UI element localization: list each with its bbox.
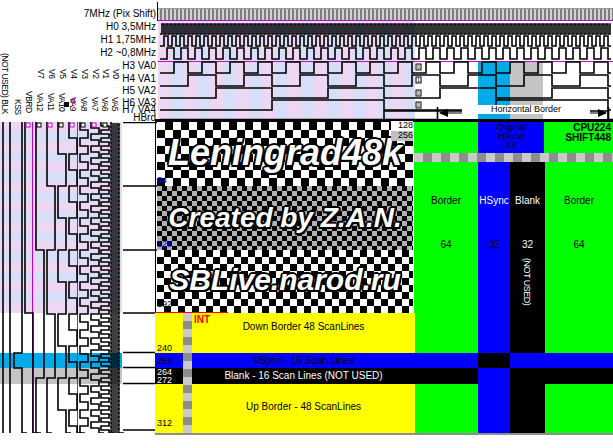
hsync-column-count: 32 xyxy=(478,240,510,250)
v-bit-label: V3 xyxy=(80,69,89,85)
blank-column-count: 32 xyxy=(510,240,545,250)
scanline-number: 240 xyxy=(157,344,172,353)
scanline-number: 64 xyxy=(157,176,167,185)
blank-band-cross xyxy=(478,368,510,384)
hsync-column-name: HSync xyxy=(478,196,510,206)
v-bit-label: V7 xyxy=(36,69,45,85)
screen-subtitle: Created by Z.A.N. xyxy=(157,186,413,250)
v-signal-label: VBRD xyxy=(24,91,33,122)
v-signal-label: VA5 xyxy=(110,97,119,122)
blank-band: Blank - 16 Scan Lines (NOT USED) xyxy=(155,368,415,384)
down-border-label: Down Border 48 ScanLines xyxy=(192,322,415,332)
svg-text:0: 0 xyxy=(417,64,420,70)
h-signal-label: H2 ~0,8MHz xyxy=(0,48,156,58)
border-right-count: 64 xyxy=(545,240,613,250)
blank-band-label: Blank - 16 Scan Lines (NOT USED) xyxy=(192,371,415,381)
v-signal-label: VA10 xyxy=(57,93,66,122)
vertical-waveforms xyxy=(0,122,158,433)
h-signal-label: 7MHz (Pix Shift) xyxy=(0,9,156,19)
blank-band-right2 xyxy=(510,368,613,384)
v-bit-label: V1 xyxy=(101,69,110,85)
v-signal-label: VA8 xyxy=(79,97,88,122)
v-bit-label: V6 xyxy=(47,69,56,85)
vsync-band-right xyxy=(414,353,478,368)
original-hsync-box: Original HSync 64 xyxy=(478,122,544,153)
svg-text:1: 1 xyxy=(417,77,420,83)
scanline-number: 256 xyxy=(157,357,172,366)
v-bit-label: V0 xyxy=(111,69,120,85)
blank-column-note: (NOT USED) xyxy=(522,258,531,305)
v-signal-label: (NOT USED) BLK xyxy=(0,53,9,122)
v-bit-label: V5 xyxy=(58,69,67,85)
scanline-dash-strip xyxy=(183,313,192,433)
v-signal-label: VA11 xyxy=(46,93,55,122)
vsync-band-right2 xyxy=(510,353,613,368)
separator-strip xyxy=(414,153,613,162)
h-signal-label: H1 1,75MHz xyxy=(0,35,156,45)
vsync-band: VSync - 16 Scan Lines xyxy=(155,353,415,368)
blank-band-right xyxy=(414,368,478,384)
bottom-edge-line xyxy=(155,433,613,435)
horizontal-border-label: Horizontal Border xyxy=(462,105,590,114)
timing-diagram: 7MHz (Pix Shift)H0 3,5MHzH1 1,75MHzH2 ~0… xyxy=(0,0,613,448)
up-border-label: Up Border - 48 ScanLines xyxy=(192,402,415,412)
screen-url: SBLive.narod.ru xyxy=(157,250,413,313)
border-right-name: Border xyxy=(545,196,613,206)
bottom-zone: INT Down Border 48 ScanLines VSync - 16 … xyxy=(155,313,415,433)
v-signal-label: VA6 xyxy=(100,97,109,122)
scanline-number: 128 xyxy=(157,240,172,249)
vsync-band-cross xyxy=(478,353,510,368)
shift-label: SHIFT448 xyxy=(565,133,611,143)
svg-text:0: 0 xyxy=(417,90,420,96)
cpu-shift-block: CPU224 SHIFT448 xyxy=(565,123,611,143)
total-count-badge: 256 xyxy=(391,131,413,141)
v-bit-label: V2 xyxy=(91,69,100,85)
black-square-marker xyxy=(64,102,69,107)
magenta-square-marker xyxy=(71,99,75,103)
v-bit-label: V4 xyxy=(69,69,78,85)
v-signal-label: KSS xyxy=(13,99,22,122)
svg-text:0: 0 xyxy=(417,102,420,108)
border-left-count: 64 xyxy=(414,240,478,250)
original-hsync-line3: 64 xyxy=(478,141,544,150)
right-panel: Original HSync 64 CPU224 SHIFT448 Border… xyxy=(414,122,613,433)
scanline-number: 312 xyxy=(157,419,172,428)
vsync-band-label: VSync - 16 Scan Lines xyxy=(192,356,415,366)
v-signal-label: VA12 xyxy=(35,93,44,122)
v-signal-label: VA7 xyxy=(90,97,99,122)
h-signal-label: H0 3,5MHz xyxy=(0,22,156,32)
blank-column-name: Blank xyxy=(510,196,545,206)
border-left-name: Border xyxy=(414,196,478,206)
scanline-number: 272 xyxy=(157,376,172,385)
scanline-number: 192 xyxy=(157,300,172,309)
screen-title: Leningrad48k xyxy=(157,122,413,186)
